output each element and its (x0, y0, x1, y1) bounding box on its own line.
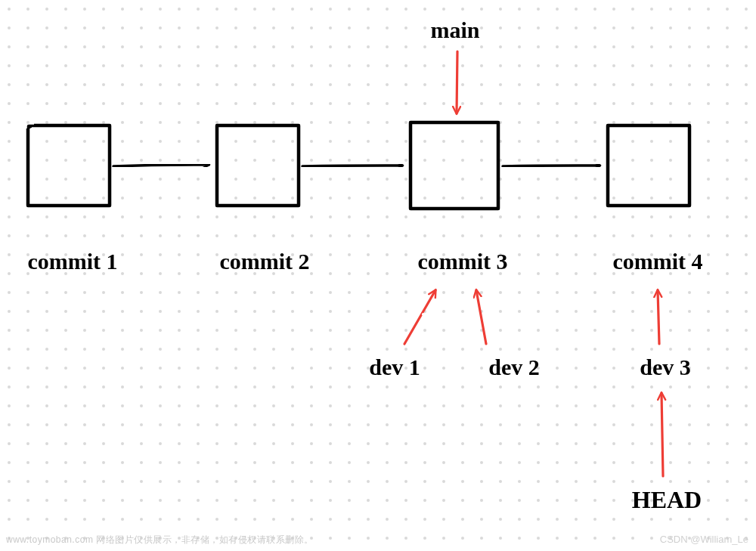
label-commit2: commit 2 (219, 249, 309, 274)
arrow-c3-c4 (503, 166, 600, 166)
label-head: HEAD (632, 486, 702, 513)
label-commit3: commit 3 (417, 249, 507, 274)
svg-rect-1 (0, 0, 756, 551)
credit-text: CSDN @William_Le (660, 533, 748, 546)
watermark-text: www.toymoban.com 网络图片仅供展示，非存储，如有侵权请联系删除。 (6, 534, 314, 546)
label-dev3: dev 3 (640, 354, 691, 379)
arrow-main (457, 51, 457, 113)
label-main: main (430, 17, 479, 42)
arrow-head (662, 393, 663, 476)
arrow-c1-c2 (113, 165, 209, 166)
label-commit1: commit 1 (27, 249, 117, 274)
arrow-c2-c3 (302, 166, 402, 166)
git-commit-diagram: main commit 1 commit 2 commit 3 commit 4… (0, 0, 756, 551)
label-dev2: dev 2 (488, 354, 540, 379)
label-dev1: dev 1 (369, 354, 420, 379)
arrow-dev3 (658, 290, 659, 344)
label-commit4: commit 4 (612, 249, 702, 274)
